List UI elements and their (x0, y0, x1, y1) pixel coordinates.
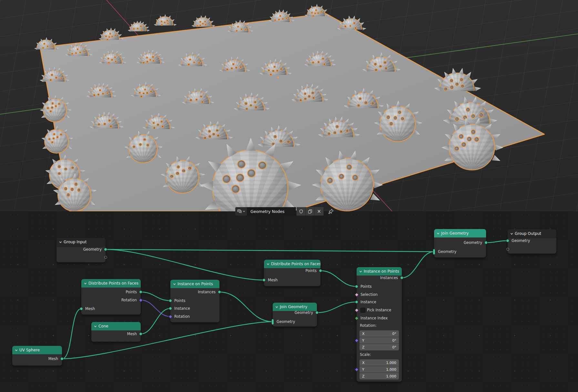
output-socket-geometry[interactable] (315, 311, 319, 314)
spiky-sphere-instance[interactable] (166, 160, 199, 194)
input-socket-points[interactable] (355, 285, 358, 288)
value-field-y[interactable]: Y 1.000 (360, 366, 399, 373)
cone-hole (188, 63, 190, 65)
cone-hole (226, 68, 228, 71)
spiky-sphere-instance[interactable] (44, 129, 69, 154)
socket-label: Instance Index (357, 315, 402, 322)
cone-hole (232, 63, 235, 65)
node-link[interactable] (320, 271, 357, 286)
value-field-z[interactable]: Z 0° (360, 344, 399, 350)
output-socket-points[interactable] (319, 269, 322, 272)
value-field-y[interactable]: Y 0° (360, 337, 399, 344)
checkbox-label: Pick Instance (367, 307, 391, 314)
node-header[interactable]: Join Geometry (434, 229, 486, 237)
node-header[interactable]: Group Input (56, 238, 106, 246)
spiky-sphere-instance[interactable] (43, 98, 67, 122)
chevron-down-icon[interactable] (94, 325, 97, 328)
node-header[interactable]: Distribute Points on Faces (81, 279, 141, 287)
value-field-z[interactable]: Z 1.000 (360, 373, 399, 379)
node-link[interactable] (141, 300, 170, 317)
cone-hole (217, 134, 220, 137)
node-tree-name-field[interactable]: Geometry Nodes (247, 207, 296, 216)
node-link[interactable] (402, 252, 434, 278)
node-link[interactable] (141, 292, 170, 301)
3d-viewport[interactable] (0, 0, 578, 211)
input-socket-mesh[interactable] (262, 278, 266, 282)
input-socket-points[interactable] (169, 299, 172, 302)
shading-facets (135, 86, 156, 97)
chevron-down-icon[interactable] (84, 282, 87, 285)
cone-hole (51, 45, 53, 48)
node-group-output[interactable]: Group OutputGeometry (508, 229, 556, 254)
output-socket-points[interactable] (139, 290, 142, 294)
geometry-node-editor[interactable]: Group InputGeometry Distribute Points on… (0, 211, 578, 392)
node-jg-top[interactable]: Join GeometryGeometryGeometry (434, 229, 486, 257)
node-link[interactable] (106, 249, 434, 252)
node-title: Instance on Points (177, 282, 213, 286)
node-dpof-left[interactable]: Distribute Points on FacesPointsRotation… (81, 279, 141, 315)
node-link[interactable] (486, 241, 508, 243)
chevron-down-icon[interactable] (359, 270, 362, 273)
output-socket-mesh[interactable] (139, 332, 142, 336)
chevron-down-icon[interactable] (59, 241, 62, 244)
node-cone[interactable]: ConeMesh (91, 322, 141, 342)
chevron-down-icon[interactable] (275, 306, 278, 308)
pick-instance-checkbox[interactable] (360, 308, 365, 313)
spiky-sphere-instance[interactable] (380, 106, 416, 142)
pin-button[interactable] (328, 207, 334, 216)
node-link[interactable] (62, 309, 81, 359)
cone-hole (51, 106, 53, 109)
node-group-input[interactable]: Group InputGeometry (56, 238, 106, 262)
node-uv-sphere[interactable]: UV SphereMesh (12, 346, 62, 366)
input-socket-virtual[interactable] (506, 248, 509, 251)
input-socket-instance[interactable] (355, 300, 358, 304)
shading-facets (37, 40, 55, 49)
chevron-down-icon[interactable] (173, 283, 176, 286)
output-socket-instances[interactable] (400, 276, 403, 279)
spiky-sphere-instance[interactable] (320, 158, 374, 211)
chevron-down-icon[interactable] (267, 263, 269, 266)
node-link[interactable] (317, 302, 357, 313)
node-jg-mid[interactable]: Join GeometryGeometryGeometry (273, 303, 317, 327)
chevron-down-icon[interactable] (510, 232, 513, 235)
node-header[interactable]: Group Output (508, 229, 556, 238)
node-link[interactable] (106, 249, 264, 280)
node-iop-left[interactable]: Instance on PointsInstancesPointsInstanc… (170, 280, 219, 322)
chevron-down-icon[interactable] (15, 349, 18, 352)
cone-hole (272, 70, 274, 72)
cone-hole (479, 113, 483, 117)
node-header[interactable]: Cone (91, 322, 141, 330)
unlink-button[interactable]: × (315, 207, 324, 216)
node-iop-right[interactable]: Instance on PointsInstancesPointsSelecti… (357, 267, 402, 382)
value-field-x[interactable]: X 1.000 (360, 359, 399, 366)
chevron-down-icon[interactable] (437, 232, 440, 235)
spiky-sphere-instance[interactable] (128, 134, 157, 163)
input-socket-geometry[interactable] (271, 319, 274, 325)
output-socket-virtual[interactable] (104, 256, 107, 259)
node-dpof-top[interactable]: Distribute Points on FacesPointsMesh (264, 260, 320, 286)
output-socket-instances[interactable] (218, 290, 221, 294)
vector-field-group: X 1.000Y 1.000Z 1.000 (360, 359, 399, 379)
input-socket-instance[interactable] (169, 307, 172, 310)
output-socket-geometry[interactable] (484, 241, 488, 244)
shading-facets (308, 7, 325, 16)
node-header[interactable]: UV Sphere (12, 346, 62, 354)
new-copy-button[interactable] (306, 207, 315, 216)
node-header[interactable]: Instance on Points (170, 280, 219, 288)
node-tree-type-button[interactable] (235, 207, 247, 216)
duplicate-icon (308, 209, 312, 214)
cone-hole (450, 85, 454, 89)
value-field-x[interactable]: X 0° (360, 330, 399, 337)
input-socket-geometry[interactable] (506, 239, 509, 242)
output-socket-geometry[interactable] (104, 248, 107, 251)
spiky-sphere-instance[interactable] (57, 178, 91, 211)
output-socket-mesh[interactable] (60, 357, 64, 360)
fake-user-button[interactable] (297, 207, 306, 216)
socket-label: Mesh (91, 330, 141, 337)
cone-hole (43, 43, 46, 45)
input-socket-mesh[interactable] (80, 307, 83, 310)
input-socket-geometry[interactable] (433, 249, 435, 255)
node-link[interactable] (219, 292, 273, 322)
node-link[interactable] (141, 308, 170, 334)
spiky-sphere-instance[interactable] (449, 124, 495, 170)
